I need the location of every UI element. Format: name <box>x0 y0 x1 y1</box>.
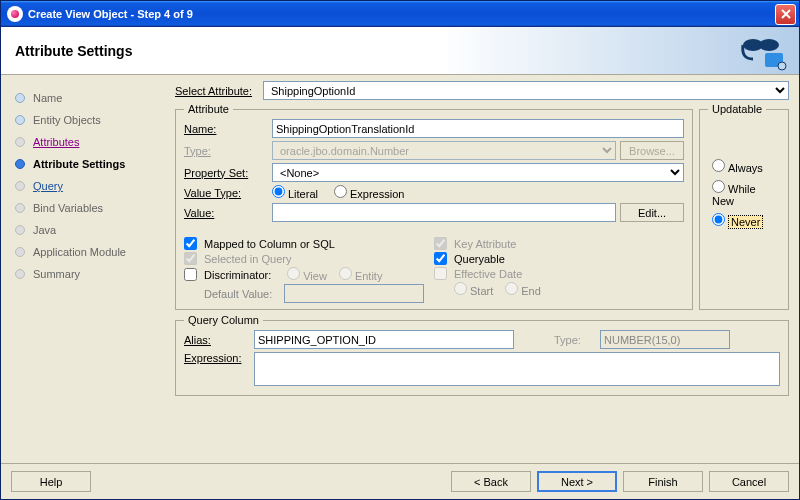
start-radio: Start <box>454 282 493 297</box>
type-label: Type: <box>184 145 272 157</box>
alias-field[interactable] <box>254 330 514 349</box>
finish-button[interactable]: Finish <box>623 471 703 492</box>
help-button[interactable]: Help <box>11 471 91 492</box>
step-entity-objects[interactable]: Entity Objects <box>15 109 167 131</box>
alias-label: Alias: <box>184 334 254 346</box>
property-set-dropdown[interactable]: <None> <box>272 163 684 182</box>
edit-button[interactable]: Edit... <box>620 203 684 222</box>
name-label: Name: <box>184 123 272 135</box>
select-attribute-dropdown[interactable]: ShippingOptionId <box>263 81 789 100</box>
close-button[interactable] <box>775 4 796 25</box>
step-application-module[interactable]: Application Module <box>15 241 167 263</box>
property-set-label: Property Set: <box>184 167 272 179</box>
discriminator-checkbox[interactable] <box>184 268 197 281</box>
svg-point-1 <box>759 39 779 51</box>
next-button[interactable]: Next > <box>537 471 617 492</box>
updatable-legend: Updatable <box>708 103 766 115</box>
step-attribute-settings[interactable]: Attribute Settings <box>15 153 167 175</box>
expression-radio[interactable]: Expression <box>334 185 404 200</box>
queryable-checkbox[interactable] <box>434 252 447 265</box>
step-bind-variables[interactable]: Bind Variables <box>15 197 167 219</box>
key-attribute-checkbox <box>434 237 447 250</box>
qc-type-field <box>600 330 730 349</box>
type-dropdown: oracle.jbo.domain.Number <box>272 141 616 160</box>
select-attribute-label: Select Attribute: <box>175 85 263 97</box>
never-radio[interactable]: Never <box>712 213 776 228</box>
mapped-checkbox[interactable] <box>184 237 197 250</box>
header-decoration-icon <box>731 31 791 71</box>
selected-in-query-checkbox <box>184 252 197 265</box>
step-java[interactable]: Java <box>15 219 167 241</box>
svg-point-3 <box>778 62 786 70</box>
attribute-legend: Attribute <box>184 103 233 115</box>
step-query[interactable]: Query <box>15 175 167 197</box>
cancel-button[interactable]: Cancel <box>709 471 789 492</box>
value-field[interactable] <box>272 203 616 222</box>
default-value-label: Default Value: <box>204 288 272 300</box>
close-icon <box>781 9 791 19</box>
wizard-steps: Name Entity Objects Attributes Attribute… <box>1 75 171 463</box>
always-radio[interactable]: Always <box>712 159 776 174</box>
app-icon <box>7 6 23 22</box>
expression-field[interactable] <box>254 352 780 386</box>
default-value-field <box>284 284 424 303</box>
expression-label: Expression: <box>184 352 254 364</box>
name-field[interactable] <box>272 119 684 138</box>
step-summary[interactable]: Summary <box>15 263 167 285</box>
view-radio: View <box>287 267 327 282</box>
value-label: Value: <box>184 207 272 219</box>
step-attributes[interactable]: Attributes <box>15 131 167 153</box>
titlebar: Create View Object - Step 4 of 9 <box>1 1 799 27</box>
value-type-label: Value Type: <box>184 187 272 199</box>
effective-date-checkbox <box>434 267 447 280</box>
dialog-window: Create View Object - Step 4 of 9 Attribu… <box>0 0 800 500</box>
page-title: Attribute Settings <box>15 43 132 59</box>
query-column-group: Query Column Alias: Type: Expression: <box>175 314 789 396</box>
header-banner: Attribute Settings <box>1 27 799 75</box>
attribute-group: Attribute Name: Type: oracle.jbo.domain.… <box>175 103 693 310</box>
step-name[interactable]: Name <box>15 87 167 109</box>
updatable-group: Updatable Always While New Never <box>699 103 789 310</box>
qc-type-label: Type: <box>554 334 600 346</box>
end-radio: End <box>505 282 541 297</box>
entity-radio: Entity <box>339 267 383 282</box>
window-title: Create View Object - Step 4 of 9 <box>28 8 775 20</box>
literal-radio[interactable]: Literal <box>272 185 318 200</box>
button-bar: Help < Back Next > Finish Cancel <box>1 463 799 499</box>
while-new-radio[interactable]: While New <box>712 180 776 207</box>
content-pane: Select Attribute: ShippingOptionId Attri… <box>171 75 799 463</box>
browse-button: Browse... <box>620 141 684 160</box>
back-button[interactable]: < Back <box>451 471 531 492</box>
query-column-legend: Query Column <box>184 314 263 326</box>
